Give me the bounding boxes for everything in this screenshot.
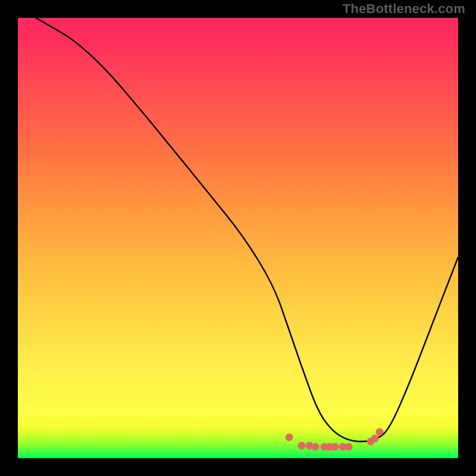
- highlight-dot: [371, 435, 379, 443]
- highlight-dot: [298, 442, 306, 450]
- highlight-dot: [376, 428, 384, 436]
- highlight-dot: [312, 443, 320, 451]
- plot-area: [18, 18, 458, 458]
- bottleneck-curve: [36, 18, 458, 441]
- watermark-text: TheBottleneck.com: [343, 1, 465, 17]
- highlight-dot: [286, 434, 293, 441]
- curve-layer: [18, 18, 458, 458]
- highlight-dot: [331, 443, 339, 451]
- highlight-dot: [345, 443, 353, 451]
